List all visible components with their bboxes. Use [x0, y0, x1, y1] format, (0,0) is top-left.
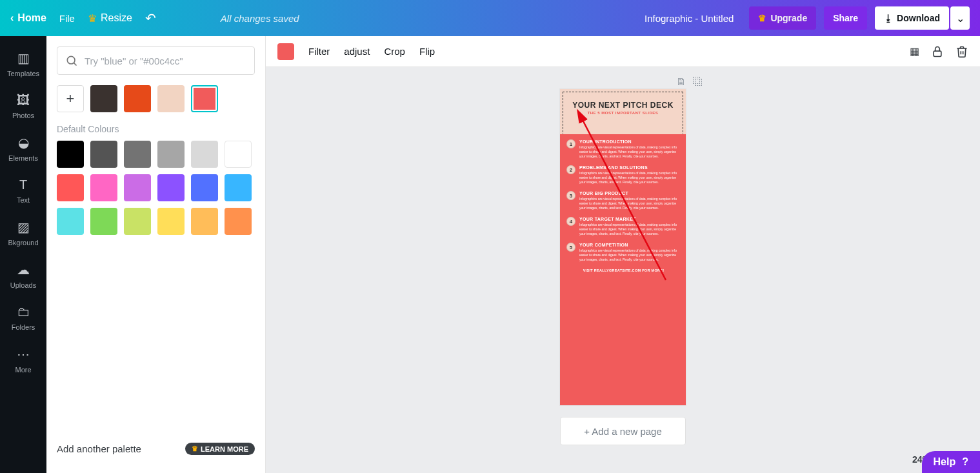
default-color-swatch[interactable]	[124, 141, 151, 168]
nav-item-bkground[interactable]: ▨Bkground	[0, 212, 46, 254]
nav-item-text[interactable]: TText	[0, 170, 46, 212]
infographic-footer[interactable]: VISIT REALLYGREATSITE.COM FOR MORE!	[566, 268, 681, 272]
doc-color-swatch[interactable]	[157, 85, 185, 112]
download-dropdown[interactable]: ⌄	[950, 6, 970, 30]
default-color-swatch[interactable]	[191, 174, 218, 201]
text-icon: T	[19, 177, 27, 192]
svg-line-1	[74, 63, 77, 66]
crown-icon: ♛	[192, 445, 198, 453]
default-color-swatch[interactable]	[90, 141, 117, 168]
item-body[interactable]: Infographics are visual representations …	[579, 248, 681, 262]
duplicate-icon[interactable]: ⿻	[693, 76, 703, 88]
learn-more-badge[interactable]: ♛ LEARN MORE	[185, 443, 255, 455]
infographic-item[interactable]: 2PROBLEMS AND SOLUTIONSInfographics are …	[566, 165, 681, 185]
crop-button[interactable]: Crop	[384, 46, 405, 57]
default-color-swatch[interactable]	[157, 208, 185, 235]
toolbar-right-icons: ▦	[910, 45, 968, 58]
infographic-item[interactable]: 3YOUR BIG PRODUCTInfographics are visual…	[566, 191, 681, 210]
adjust-button[interactable]: adjust	[344, 46, 370, 57]
nav-item-templates[interactable]: ▥Templates	[0, 43, 46, 85]
nav-item-elements[interactable]: ◒Elements	[0, 127, 46, 170]
add-page-button[interactable]: + Add a new page	[560, 417, 686, 445]
item-number: 5	[566, 243, 575, 252]
canvas-stage[interactable]: 🗎 ⿻ YOUR NEXT PITCH DECK THE 5 MOST IMPO…	[266, 67, 980, 473]
infographic-item[interactable]: 4YOUR TARGET MARKETInfographics are visu…	[566, 217, 681, 236]
add-palette-label[interactable]: Add another palette	[57, 443, 141, 454]
default-color-swatch[interactable]	[57, 174, 84, 201]
default-color-swatch[interactable]	[57, 141, 84, 168]
resize-button[interactable]: ♛ Resize	[88, 12, 132, 25]
help-question-icon: ?	[962, 456, 968, 468]
chevron-down-icon: ⌄	[956, 12, 965, 25]
crown-icon: ♛	[88, 12, 97, 25]
default-color-swatch[interactable]	[124, 208, 151, 235]
default-color-swatch[interactable]	[225, 208, 252, 235]
item-heading[interactable]: PROBLEMS AND SOLUTIONS	[579, 165, 681, 170]
item-number: 3	[566, 191, 575, 200]
topbar-right: Infographic - Untitled ♛ Upgrade Share ⭳…	[645, 6, 970, 30]
item-heading[interactable]: YOUR TARGET MARKET	[579, 217, 681, 221]
filter-button[interactable]: Filter	[308, 46, 330, 57]
transparency-icon[interactable]: ▦	[910, 45, 919, 58]
item-body[interactable]: Infographics are visual representations …	[579, 223, 681, 236]
topbar-left: ‹ Home File ♛ Resize ↶ All changes saved	[10, 10, 299, 26]
trash-icon[interactable]	[955, 45, 968, 58]
default-color-swatch[interactable]	[57, 208, 84, 235]
default-color-swatch[interactable]	[157, 141, 185, 168]
doc-color-swatch[interactable]	[90, 85, 117, 112]
item-body[interactable]: Infographics are visual representations …	[579, 197, 681, 210]
default-color-swatch[interactable]	[157, 174, 185, 201]
share-label: Share	[833, 13, 858, 23]
default-color-swatch[interactable]	[124, 174, 151, 201]
flip-button[interactable]: Flip	[419, 46, 435, 57]
resize-label: Resize	[101, 12, 132, 24]
item-text: YOUR COMPETITIONInfographics are visual …	[579, 243, 681, 262]
undo-icon[interactable]: ↶	[145, 10, 156, 26]
default-color-swatch[interactable]	[225, 174, 252, 201]
default-color-swatch[interactable]	[225, 141, 252, 168]
selected-fill-color[interactable]	[277, 43, 294, 60]
document-title[interactable]: Infographic - Untitled	[645, 13, 734, 24]
search-icon	[65, 54, 78, 67]
default-color-swatch[interactable]	[191, 208, 218, 235]
upgrade-button[interactable]: ♛ Upgrade	[749, 6, 816, 30]
canvas-area: Filter adjust Crop Flip ▦ 🗎 ⿻	[266, 36, 980, 473]
doc-color-swatch[interactable]	[191, 85, 218, 112]
color-search-box[interactable]	[57, 46, 255, 75]
item-text: PROBLEMS AND SOLUTIONSInfographics are v…	[579, 165, 681, 185]
nav-item-folders[interactable]: 🗀Folders	[0, 297, 46, 339]
item-body[interactable]: Infographics are visual representations …	[579, 171, 681, 185]
default-color-swatch[interactable]	[90, 174, 117, 201]
page-body[interactable]: 1YOUR INTRODUCTIONInfographics are visua…	[560, 134, 686, 405]
navrail: ▥Templates🖼Photos◒ElementsTText▨Bkground…	[0, 36, 46, 473]
item-heading[interactable]: YOUR INTRODUCTION	[579, 139, 681, 144]
home-label: Home	[17, 12, 46, 24]
autosave-status: All changes saved	[221, 13, 299, 24]
notes-icon[interactable]: 🗎	[676, 76, 686, 88]
nav-item-uploads[interactable]: ☁Uploads	[0, 254, 46, 297]
lock-icon[interactable]	[931, 45, 944, 58]
file-menu[interactable]: File	[59, 13, 75, 24]
app-body: ▥Templates🖼Photos◒ElementsTText▨Bkground…	[0, 36, 980, 473]
share-button[interactable]: Share	[824, 6, 867, 30]
item-heading[interactable]: YOUR BIG PRODUCT	[579, 191, 681, 196]
add-color-button[interactable]: +	[57, 85, 84, 112]
home-button[interactable]: ‹ Home	[10, 12, 46, 24]
nav-item-photos[interactable]: 🖼Photos	[0, 85, 46, 127]
nav-item-label: Uploads	[10, 281, 36, 289]
infographic-item[interactable]: 5YOUR COMPETITIONInfographics are visual…	[566, 243, 681, 262]
default-color-swatch[interactable]	[90, 208, 117, 235]
nav-item-more[interactable]: ⋯More	[0, 339, 46, 381]
item-body[interactable]: Infographics are visual representations …	[579, 145, 681, 159]
download-button[interactable]: ⭳ Download	[875, 6, 949, 30]
doc-color-swatch[interactable]	[124, 85, 151, 112]
infographic-item[interactable]: 1YOUR INTRODUCTIONInfographics are visua…	[566, 139, 681, 159]
canvas-page[interactable]: YOUR NEXT PITCH DECK THE 5 MOST IMPORTAN…	[560, 89, 686, 405]
chevron-left-icon: ‹	[10, 12, 14, 24]
topbar: ‹ Home File ♛ Resize ↶ All changes saved…	[0, 0, 980, 36]
color-search-input[interactable]	[85, 55, 246, 66]
default-color-swatch[interactable]	[191, 141, 218, 168]
nav-item-label: Folders	[12, 323, 35, 331]
help-button[interactable]: Help ?	[922, 451, 980, 473]
item-heading[interactable]: YOUR COMPETITION	[579, 243, 681, 247]
